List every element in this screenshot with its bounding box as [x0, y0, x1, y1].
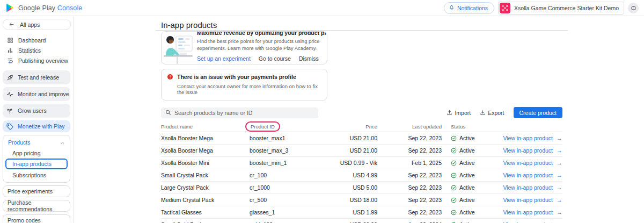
grow-icon — [6, 107, 13, 114]
sidebar-item-in-app-products[interactable]: In-app products — [5, 159, 68, 169]
sidebar-item-products[interactable]: Products — [5, 137, 68, 148]
export-label: Export — [488, 110, 504, 116]
cell-price: USD 0.99 - Vik — [324, 160, 377, 166]
table-row: Small Crystal Pack cr_100 USD 4.99 Sep 2… — [161, 169, 562, 182]
bell-icon — [449, 5, 455, 11]
arrow-right-icon: → — [557, 147, 562, 154]
arrow-right-icon: → — [557, 135, 562, 141]
header-status: Status — [442, 124, 495, 130]
view-product-link-label: View in-app product — [503, 135, 553, 141]
view-product-link-label: View in-app product — [503, 184, 553, 191]
view-product-link[interactable]: View in-app product → — [495, 135, 562, 141]
table-header-row: Product name Product ID Price Last updat… — [161, 121, 562, 132]
rocket-icon — [6, 74, 13, 81]
set-up-experiment-link[interactable]: Set up an experiment — [197, 55, 251, 62]
sidebar-item-grow-users[interactable]: Grow users — [3, 104, 70, 118]
page-title: In-app products — [161, 20, 562, 30]
cell-price: USD 21.00 — [324, 147, 377, 154]
cell-status: Active — [442, 197, 495, 203]
sidebar-item-test-and-release[interactable]: Test and release — [3, 70, 70, 84]
view-product-link[interactable]: View in-app product → — [495, 209, 562, 215]
view-product-link[interactable]: View in-app product → — [495, 184, 562, 191]
cell-last-updated: Sep 22, 2023 — [377, 172, 442, 178]
cell-product-id: cr_100 — [250, 172, 324, 178]
search-icon — [165, 110, 171, 116]
search-box[interactable] — [161, 107, 318, 118]
cell-status-label: Active — [459, 172, 475, 178]
app-selector[interactable]: Xsolla Game Commerce Starter Kit Demo — [498, 2, 624, 15]
sidebar-item-price-experiments[interactable]: Price experiments — [3, 185, 70, 197]
arrow-right-icon: → — [557, 172, 562, 178]
cell-last-updated: Sep 22, 2023 — [377, 184, 442, 191]
sidebar-item-monitor-and-improve[interactable]: Monitor and improve — [3, 87, 70, 101]
cell-status-label: Active — [459, 147, 475, 154]
view-product-link-label: View in-app product — [503, 197, 553, 203]
account-avatar[interactable] — [628, 3, 639, 13]
cell-status-label: Active — [459, 197, 475, 203]
cell-product-name: Xsolla Booster Mini — [161, 160, 250, 166]
active-check-icon — [451, 160, 457, 166]
dashboard-icon — [7, 37, 13, 44]
sidebar-item-app-pricing[interactable]: App pricing — [5, 148, 68, 158]
view-product-link-label: View in-app product — [503, 209, 553, 215]
view-product-link[interactable]: View in-app product → — [495, 147, 562, 154]
table-row: Large Crystal Pack cr_1000 USD 5.00 Sep … — [161, 182, 562, 194]
view-product-link[interactable]: View in-app product → — [495, 172, 562, 178]
view-product-link-label: View in-app product — [503, 147, 553, 154]
cell-status-label: Active — [459, 135, 475, 141]
table-row: Medium Crystal Pack cr_500 USD 18.00 Sep… — [161, 194, 562, 206]
active-check-icon — [451, 185, 457, 191]
sidebar-item-publishing-overview[interactable]: Publishing overview — [0, 55, 73, 66]
brand-text: Google Play Console — [18, 4, 82, 12]
pulse-icon — [6, 91, 13, 98]
sidebar-item-dashboard[interactable]: Dashboard — [0, 35, 73, 45]
sidebar-item-label: Monitor and improve — [18, 91, 69, 97]
view-product-link[interactable]: View in-app product → — [495, 197, 562, 203]
error-icon — [167, 74, 173, 80]
product-id-annotation-circle: Product ID — [245, 121, 280, 132]
arrow-right-icon: → — [557, 197, 562, 203]
page-header: In-app products — [156, 16, 568, 31]
sidebar-item-monetize-with-play[interactable]: Monetize with Play — [3, 120, 70, 132]
top-bar: Google Play Console Notifications — [0, 0, 644, 16]
go-to-course-link[interactable]: Go to course — [259, 55, 291, 62]
export-button[interactable]: Export — [480, 110, 504, 116]
view-product-link[interactable]: View in-app product → — [495, 160, 562, 166]
sidebar-item-label: Statistics — [18, 47, 41, 54]
notifications-label: Notifications — [457, 5, 488, 11]
google-play-console-logo[interactable]: Google Play Console — [5, 3, 82, 12]
products-group-label: Products — [8, 139, 30, 146]
products-toolbar: Import Export Create product — [161, 107, 562, 118]
header-product-id: Product ID — [250, 124, 324, 130]
sidebar-item-subscriptions[interactable]: Subscriptions — [5, 170, 68, 180]
cell-price: USD 18.00 — [324, 197, 377, 203]
active-check-icon — [451, 148, 457, 154]
sidebar: All apps Dashboard Statistics — [0, 16, 74, 223]
warning-title: There is an issue with your payments pro… — [177, 74, 296, 80]
cell-product-id: booster_max1 — [250, 135, 324, 141]
notifications-button[interactable]: Notifications — [444, 2, 494, 14]
table-row: Small Gold Pack gold_100 USD 99.99 Aug 2… — [161, 219, 562, 223]
main-content: In-app products — [74, 16, 644, 223]
create-product-button[interactable]: Create product — [514, 107, 562, 118]
cell-status: Active — [442, 172, 495, 178]
table-row: Xsolla Booster Mega booster_max1 USD 21.… — [161, 132, 562, 145]
import-button[interactable]: Import — [447, 110, 471, 116]
sidebar-item-purchase-recommendations[interactable]: Purchase recommendations — [3, 200, 70, 212]
price-tag-icon — [6, 123, 13, 130]
cell-status-label: Active — [459, 184, 475, 191]
cell-product-id: cr_1000 — [250, 184, 324, 191]
dismiss-link[interactable]: Dismiss — [299, 55, 319, 62]
search-input[interactable] — [174, 110, 314, 116]
chevron-up-icon — [60, 140, 65, 145]
sidebar-item-promo-codes[interactable]: Promo codes — [3, 214, 70, 223]
cell-status: Active — [442, 184, 495, 191]
sidebar-item-statistics[interactable]: Statistics — [0, 45, 73, 55]
table-row: Xsolla Booster Mega booster_max_3 USD 21… — [161, 145, 562, 157]
products-table: Product name Product ID Price Last updat… — [161, 121, 562, 223]
cell-last-updated: Sep 22, 2023 — [377, 147, 442, 154]
all-apps-button[interactable]: All apps — [3, 19, 71, 30]
active-check-icon — [451, 210, 457, 215]
cell-product-name: Tactical Glasses — [161, 209, 250, 215]
cell-product-id: cr_500 — [250, 197, 324, 203]
